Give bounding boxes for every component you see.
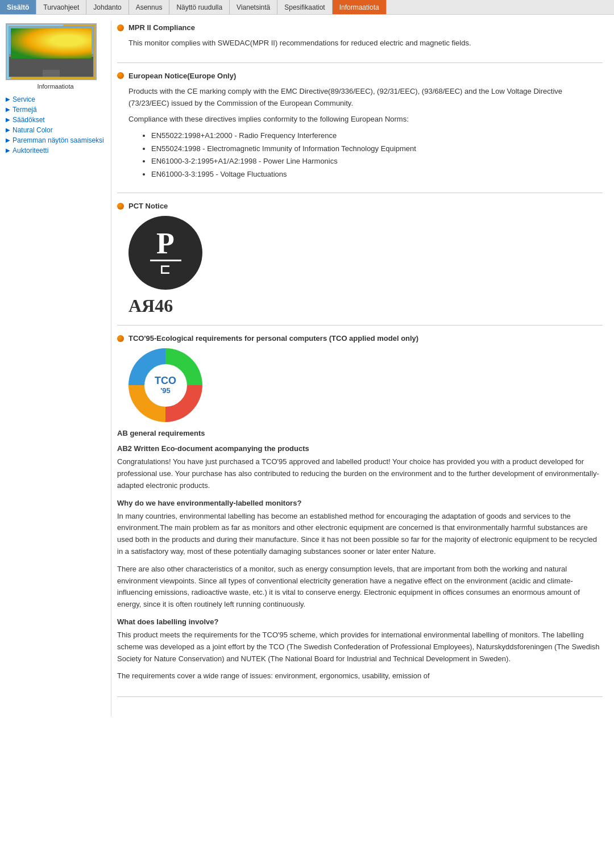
pct-logo: P ⊏ bbox=[128, 216, 202, 290]
sidebar: Informaatiota ▶Service▶Termejä▶Säädökset… bbox=[0, 20, 111, 717]
sidebar-item: ▶Säädökset bbox=[6, 116, 105, 124]
sidebar-link-text: Service bbox=[13, 95, 35, 103]
compliance-list: EN55022:1998+A1:2000 - Radio Frequency I… bbox=[151, 130, 603, 180]
arrow-icon: ▶ bbox=[6, 147, 10, 153]
pct-inner: P ⊏ bbox=[150, 229, 181, 277]
sidebar-link-text: Auktoriteetti bbox=[13, 147, 48, 155]
mpr-section: MPR II Compliance This monitor complies … bbox=[117, 23, 603, 63]
monitor-graphic bbox=[9, 26, 94, 77]
arrow-icon: ▶ bbox=[6, 127, 10, 133]
pct-p-letter: P bbox=[156, 229, 175, 258]
why-body: In many countries, environmental labelli… bbox=[117, 511, 603, 558]
ab-general-title: AB general requirements bbox=[117, 429, 603, 437]
sidebar-link-text: Säädökset bbox=[13, 116, 45, 124]
tco-content: AB general requirements AB2 Written Eco-… bbox=[117, 429, 603, 682]
bullet-icon bbox=[117, 203, 124, 210]
arrow-icon: ▶ bbox=[6, 96, 10, 102]
what-body: This product meets the requirements for … bbox=[117, 629, 603, 665]
sidebar-item: ▶Service bbox=[6, 95, 105, 103]
tco-title: TCO'95-Ecological requirements for perso… bbox=[117, 334, 603, 343]
sidebar-link[interactable]: ▶Auktoriteetti bbox=[6, 147, 105, 155]
nav-bar: SisältöTurvaohjeetJohdantoAsennusNäyttö … bbox=[0, 0, 614, 15]
nav-item-spesifikaatiot[interactable]: Spesifikaatiot bbox=[277, 0, 332, 14]
sidebar-link-text: Paremman näytön saamiseksi bbox=[13, 136, 104, 144]
pct-line bbox=[150, 260, 181, 261]
sidebar-link[interactable]: ▶Service bbox=[6, 95, 105, 103]
arrow-icon: ▶ bbox=[6, 106, 10, 112]
sidebar-link[interactable]: ▶Paremman näytön saamiseksi bbox=[6, 136, 105, 144]
mpr-body: This monitor complies with SWEDAC(MPR II… bbox=[128, 37, 603, 49]
sidebar-item: ▶Auktoriteetti bbox=[6, 147, 105, 155]
tco-logo-container: TCO '95 bbox=[128, 348, 202, 422]
european-section: European Notice(Europe Only) Products wi… bbox=[117, 72, 603, 193]
nav-item-vianetsintä[interactable]: Vianetsintä bbox=[230, 0, 277, 14]
arrow-icon: ▶ bbox=[6, 116, 10, 123]
sidebar-nav: ▶Service▶Termejä▶Säädökset▶Natural Color… bbox=[6, 95, 105, 155]
sidebar-link-text: Termejä bbox=[13, 106, 37, 114]
sidebar-link-text: Natural Color bbox=[13, 126, 53, 134]
nav-item-informaatiota[interactable]: Informaatiota bbox=[333, 0, 387, 14]
pct-text: АЯ46 bbox=[128, 295, 603, 316]
sidebar-section-label: Informaatiota bbox=[6, 83, 105, 90]
tco-circle-outer: TCO '95 bbox=[128, 348, 202, 422]
nav-item-turvaohjeet[interactable]: Turvaohjeet bbox=[36, 0, 86, 14]
nav-item-asennus[interactable]: Asennus bbox=[129, 0, 170, 14]
monitor-stand bbox=[43, 70, 60, 77]
compliance-item: EN55024:1998 - Electromagnetic Immunity … bbox=[151, 143, 603, 155]
nav-item-sisältö[interactable]: Sisältö bbox=[0, 0, 36, 14]
bullet-icon bbox=[117, 335, 124, 342]
tco-inner-text: TCO '95 bbox=[155, 375, 176, 395]
sidebar-item: ▶Termejä bbox=[6, 106, 105, 114]
nav-item-näyttö-ruudulla[interactable]: Näyttö ruudulla bbox=[169, 0, 230, 14]
nav-item-johdanto[interactable]: Johdanto bbox=[86, 0, 128, 14]
content-area: MPR II Compliance This monitor complies … bbox=[111, 20, 614, 717]
mpr-title: MPR II Compliance bbox=[117, 23, 603, 32]
what-title: What does labelling involve? bbox=[117, 617, 603, 626]
sidebar-link[interactable]: ▶Termejä bbox=[6, 106, 105, 114]
ab2-title: AB2 Written Eco-document acompanying the… bbox=[117, 444, 603, 453]
pct-section: PCT Notice P ⊏ АЯ46 bbox=[117, 202, 603, 326]
what-body2: The requirements cover a wide range of i… bbox=[117, 670, 603, 682]
european-title: European Notice(Europe Only) bbox=[117, 72, 603, 80]
arrow-icon: ▶ bbox=[6, 137, 10, 143]
sidebar-item: ▶Natural Color bbox=[6, 126, 105, 134]
european-body: Products with the CE marking comply with… bbox=[128, 86, 603, 180]
why-body2: There are also other characteristics of … bbox=[117, 564, 603, 611]
compliance-item: EN61000-3-3:1995 - Voltage Fluctuations bbox=[151, 169, 603, 180]
main-layout: Informaatiota ▶Service▶Termejä▶Säädökset… bbox=[0, 15, 614, 723]
bullet-icon bbox=[117, 24, 124, 31]
pct-title: PCT Notice bbox=[117, 202, 603, 210]
monitor-image bbox=[6, 23, 97, 80]
bullet-icon bbox=[117, 72, 124, 79]
why-title: Why do we have environmentally-labelled … bbox=[117, 499, 603, 507]
sidebar-link[interactable]: ▶Natural Color bbox=[6, 126, 105, 134]
compliance-item: EN55022:1998+A1:2000 - Radio Frequency I… bbox=[151, 130, 603, 141]
tco-circle-inner: TCO '95 bbox=[144, 364, 187, 407]
tco-section: TCO'95-Ecological requirements for perso… bbox=[117, 334, 603, 697]
sidebar-item: ▶Paremman näytön saamiseksi bbox=[6, 136, 105, 144]
sidebar-link[interactable]: ▶Säädökset bbox=[6, 116, 105, 124]
pct-c-symbol: ⊏ bbox=[160, 262, 172, 277]
compliance-item: EN61000-3-2:1995+A1/A2:1998 - Power Line… bbox=[151, 156, 603, 167]
monitor-screen bbox=[11, 28, 92, 59]
ab2-body: Congratulations! You have just purchased… bbox=[117, 456, 603, 491]
